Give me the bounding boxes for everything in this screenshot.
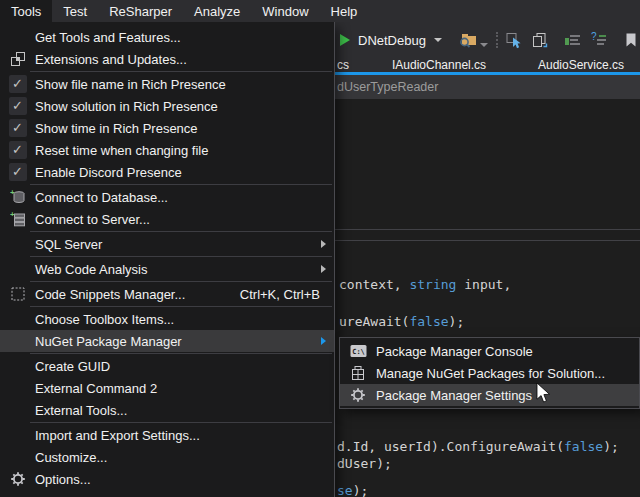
menu-item-import-and-export-settings[interactable]: Import and Export Settings... xyxy=(0,424,334,446)
standard-toolbar: DNetDebug xyxy=(335,22,640,58)
comment-lines-icon[interactable] xyxy=(564,32,582,48)
menu-item-show-file-name-in-rich-presence[interactable]: ✓ Show file name in Rich Presence xyxy=(0,73,334,95)
checkmark-icon: ✓ xyxy=(9,141,27,159)
run-dropdown-chevron-icon[interactable] xyxy=(434,38,442,42)
console-icon: C:\ xyxy=(340,344,376,358)
tab-audioservice[interactable]: AudioService.cs xyxy=(538,58,624,72)
extensions-icon xyxy=(0,51,35,67)
submenu-arrow-icon xyxy=(321,337,326,345)
nuget-package-icon xyxy=(340,365,376,381)
menubar-item-test[interactable]: Test xyxy=(52,0,98,22)
menu-item-create-guid[interactable]: Create GUID xyxy=(0,355,334,377)
code-line: ureAwait(false); xyxy=(339,314,464,329)
snippets-icon xyxy=(0,286,35,302)
tab-label: IAudioChannel.cs xyxy=(392,58,486,72)
menubar-item-resharper[interactable]: ReSharper xyxy=(98,0,183,22)
svg-text:+: + xyxy=(10,211,15,219)
bookmark-icon[interactable] xyxy=(624,32,638,48)
menu-item-show-time-in-rich-presence[interactable]: ✓ Show time in Rich Presence xyxy=(0,117,334,139)
tab-iaudiochannel[interactable]: IAudioChannel.cs xyxy=(392,58,486,72)
menu-item-external-tools[interactable]: External Tools... xyxy=(0,399,334,421)
menu-item-options[interactable]: Options... xyxy=(0,468,334,490)
tab-clipped[interactable]: cs xyxy=(337,58,349,72)
menubar-item-tools[interactable]: Tools xyxy=(0,0,52,22)
menu-item-web-code-analysis[interactable]: Web Code Analysis xyxy=(0,258,334,280)
code-editor[interactable]: context, string input, ureAwait(false); … xyxy=(335,99,640,497)
code-line: d.Id, userId).ConfigureAwait(false); xyxy=(337,439,619,454)
navigation-bar[interactable]: dUserTypeReader xyxy=(335,75,640,99)
menubar-label: Tools xyxy=(11,4,41,19)
menu-bar: Tools Test ReSharper Analyze Window Help xyxy=(0,0,640,22)
folder-search-icon[interactable] xyxy=(458,30,478,50)
tools-menu: Get Tools and Features... Extensions and… xyxy=(0,22,335,497)
menu-item-customize[interactable]: Customize... xyxy=(0,446,334,468)
code-line: dUser); xyxy=(337,456,392,471)
submenu-arrow-icon xyxy=(321,265,326,273)
editor-divider-line xyxy=(335,240,640,241)
menu-item-nuget-package-manager[interactable]: NuGet Package Manager xyxy=(0,330,334,352)
menu-item-reset-time-when-changing-file[interactable]: ✓ Reset time when changing file xyxy=(0,139,334,161)
gear-icon xyxy=(0,471,35,487)
menubar-item-analyze[interactable]: Analyze xyxy=(183,0,251,22)
run-icon[interactable] xyxy=(340,34,350,46)
submenu-arrow-icon xyxy=(321,240,326,248)
menubar-item-help[interactable]: Help xyxy=(320,0,369,22)
menu-item-extensions-and-updates[interactable]: Extensions and Updates... xyxy=(0,48,334,70)
menubar-label: ReSharper xyxy=(109,4,172,19)
folder-search-dropdown-icon[interactable] xyxy=(480,43,488,47)
menubar-label: Analyze xyxy=(194,4,240,19)
submenu-item-manage-nuget-packages-for-solution[interactable]: Manage NuGet Packages for Solution... xyxy=(340,362,639,384)
menu-item-get-tools-and-features[interactable]: Get Tools and Features... xyxy=(0,26,334,48)
menu-item-show-solution-in-rich-presence[interactable]: ✓ Show solution in Rich Presence xyxy=(0,95,334,117)
checkmark-icon: ✓ xyxy=(9,163,27,181)
checkmark-icon: ✓ xyxy=(9,119,27,137)
menu-item-enable-discord-presence[interactable]: ✓ Enable Discord Presence xyxy=(0,161,334,183)
nuget-package-manager-submenu: C:\ Package Manager Console Manage NuGet… xyxy=(339,337,640,409)
menu-item-code-snippets-manager[interactable]: Code Snippets Manager... Ctrl+K, Ctrl+B xyxy=(0,283,334,305)
menu-item-external-command-2[interactable]: External Command 2 xyxy=(0,377,334,399)
menubar-label: Help xyxy=(331,4,358,19)
document-tab-strip: cs IAudioChannel.cs AudioService.cs xyxy=(335,58,640,72)
menubar-label: Test xyxy=(63,4,87,19)
menu-item-sql-server[interactable]: SQL Server xyxy=(0,233,334,255)
tab-label: cs xyxy=(337,58,349,72)
toolbar-grip[interactable] xyxy=(496,32,498,48)
pointer-select-icon[interactable] xyxy=(506,32,523,49)
gear-icon xyxy=(340,387,376,403)
breadcrumb-text: dUserTypeReader xyxy=(337,80,438,94)
submenu-item-package-manager-settings[interactable]: Package Manager Settings xyxy=(340,384,639,406)
database-icon: + xyxy=(0,189,35,205)
copy-document-icon[interactable] xyxy=(531,32,548,49)
code-line: context, string input, xyxy=(339,277,511,292)
svg-text:+: + xyxy=(10,189,15,197)
server-icon: + xyxy=(0,211,35,227)
tab-label: AudioService.cs xyxy=(538,58,624,72)
svg-text:?: ? xyxy=(591,32,597,42)
menu-item-connect-to-server[interactable]: + Connect to Server... xyxy=(0,208,334,230)
run-config-label[interactable]: DNetDebug xyxy=(358,33,426,48)
menubar-item-window[interactable]: Window xyxy=(251,0,319,22)
menu-item-connect-to-database[interactable]: + Connect to Database... xyxy=(0,186,334,208)
submenu-item-package-manager-console[interactable]: C:\ Package Manager Console xyxy=(340,340,639,362)
svg-text:C:\: C:\ xyxy=(352,348,365,356)
editor-divider-line xyxy=(335,229,640,230)
menubar-label: Window xyxy=(262,4,308,19)
checkmark-icon: ✓ xyxy=(9,97,27,115)
uncomment-lines-icon[interactable]: ? xyxy=(590,32,608,48)
checkmark-icon: ✓ xyxy=(9,75,27,93)
shortcut-text: Ctrl+K, Ctrl+B xyxy=(240,287,320,302)
menu-item-choose-toolbox-items[interactable]: Choose Toolbox Items... xyxy=(0,308,334,330)
code-line: se); xyxy=(337,483,368,497)
